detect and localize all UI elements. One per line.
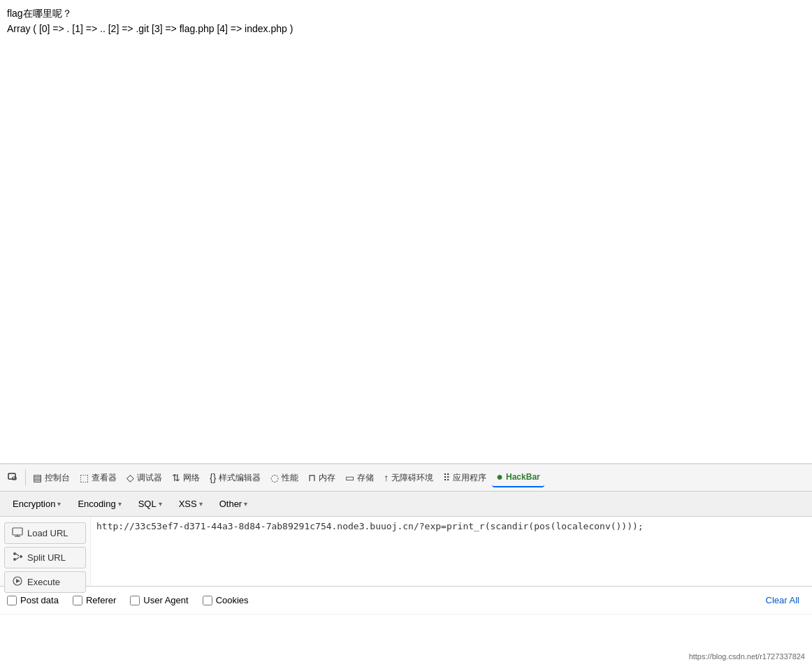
console-icon: ▤	[33, 472, 42, 483]
post-data-checkbox[interactable]: Post data	[7, 595, 59, 605]
svg-marker-11	[16, 579, 20, 583]
menu-sql[interactable]: SQL ▾	[131, 496, 169, 512]
devtools-tab-accessibility[interactable]: ↑ 无障碍环境	[379, 469, 437, 487]
hackbar-url-input-area	[91, 517, 812, 586]
devtools-tab-application[interactable]: ⠿ 应用程序	[439, 469, 491, 487]
accessibility-icon: ↑	[384, 472, 389, 483]
referer-input[interactable]	[73, 596, 82, 605]
user-agent-input[interactable]	[130, 596, 140, 605]
performance-icon: ◌	[270, 472, 279, 483]
style-editor-icon: {}	[210, 472, 216, 483]
svg-point-7	[20, 555, 22, 558]
inspector-icon: ⬚	[80, 472, 89, 483]
cookies-input[interactable]	[203, 596, 212, 605]
encoding-arrow-icon: ▾	[118, 500, 122, 508]
hackbar-dot-icon: ●	[496, 471, 503, 483]
encryption-arrow-icon: ▾	[57, 500, 61, 508]
svg-line-9	[16, 557, 19, 559]
hackbar-left-buttons: Load URL Split URL	[0, 517, 91, 586]
xss-arrow-icon: ▾	[199, 500, 203, 508]
devtools-toolbar: ▤ 控制台 ⬚ 查看器 ◇ 调试器 ⇅ 网络 {} 样式编辑器 ◌ 性能 ⊓ 内…	[0, 463, 812, 491]
menu-encryption[interactable]: Encryption ▾	[6, 496, 68, 512]
cookies-checkbox[interactable]: Cookies	[203, 595, 249, 605]
execute-button[interactable]: Execute	[4, 571, 86, 593]
content-line2: Array ( [0] => . [1] => .. [2] => .git […	[7, 21, 805, 36]
hackbar-panel: Encryption ▾ Encoding ▾ SQL ▾ XSS ▾ Othe…	[0, 491, 812, 662]
execute-icon	[12, 575, 23, 589]
bottom-status: https://blog.csdn.net/r1727337824	[689, 651, 805, 662]
post-data-input[interactable]	[7, 596, 17, 605]
devtools-tab-network[interactable]: ⇅ 网络	[168, 469, 204, 487]
load-url-icon	[12, 527, 23, 540]
devtools-tab-console[interactable]: ▤ 控制台	[29, 469, 74, 487]
menu-encoding[interactable]: Encoding ▾	[71, 496, 128, 512]
hackbar-url-section: Load URL Split URL	[0, 517, 812, 587]
devtools-tab-performance[interactable]: ◌ 性能	[266, 469, 303, 487]
devtools-tab-hackbar[interactable]: ● HackBar	[492, 468, 544, 487]
devtools-tab-responsive[interactable]	[3, 469, 22, 487]
load-url-button[interactable]: Load URL	[4, 522, 86, 544]
svg-line-8	[16, 554, 19, 556]
hackbar-menu: Encryption ▾ Encoding ▾ SQL ▾ XSS ▾ Othe…	[0, 492, 812, 517]
debugger-icon: ◇	[126, 472, 134, 483]
devtools-tab-memory[interactable]: ⊓ 内存	[304, 469, 340, 487]
network-icon: ⇅	[172, 472, 180, 483]
content-line1: flag在哪里呢？	[7, 6, 805, 21]
svg-rect-0	[8, 473, 15, 479]
clear-all-button[interactable]: Clear All	[760, 592, 805, 608]
memory-icon: ⊓	[308, 472, 316, 483]
sql-arrow-icon: ▾	[159, 500, 162, 508]
menu-other[interactable]: Other ▾	[212, 496, 255, 512]
devtools-tab-style-editor[interactable]: {} 样式编辑器	[205, 469, 265, 487]
svg-rect-2	[13, 528, 22, 535]
main-content: flag在哪里呢？ Array ( [0] => . [1] => .. [2]…	[0, 0, 812, 453]
split-url-button[interactable]: Split URL	[4, 547, 86, 568]
devtools-tab-inspector[interactable]: ⬚ 查看器	[75, 469, 121, 487]
other-arrow-icon: ▾	[244, 500, 247, 508]
user-agent-checkbox[interactable]: User Agent	[130, 595, 188, 605]
svg-point-6	[13, 558, 16, 561]
split-url-icon	[12, 551, 23, 564]
url-input[interactable]	[96, 521, 806, 577]
application-icon: ⠿	[443, 472, 450, 483]
responsive-icon	[7, 471, 18, 485]
devtools-tab-storage[interactable]: ▭ 存储	[341, 469, 378, 487]
devtools-tab-debugger[interactable]: ◇ 调试器	[122, 469, 166, 487]
storage-icon: ▭	[345, 472, 354, 483]
hackbar-checkboxes: Post data Referer User Agent Cookies Cle…	[0, 587, 812, 615]
svg-point-5	[13, 552, 16, 555]
separator	[25, 469, 26, 486]
menu-xss[interactable]: XSS ▾	[172, 496, 210, 512]
referer-checkbox[interactable]: Referer	[73, 595, 116, 605]
